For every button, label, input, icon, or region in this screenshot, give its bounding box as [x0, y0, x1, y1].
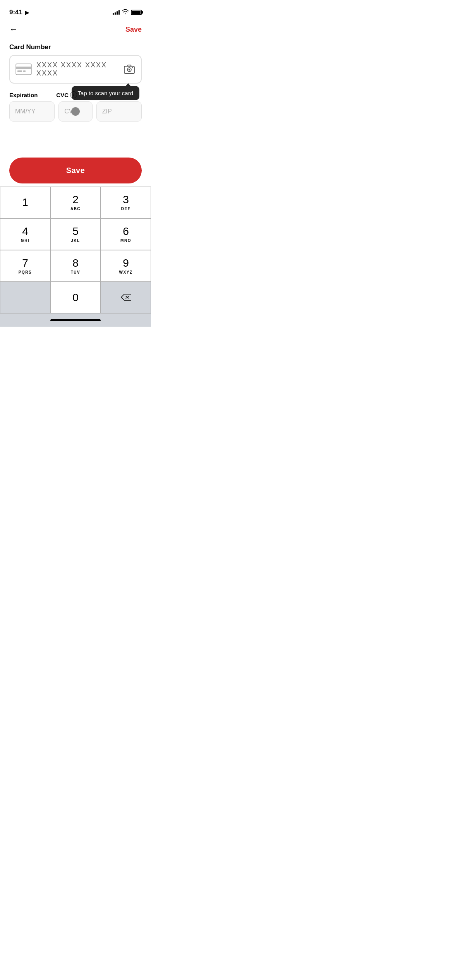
- back-button[interactable]: ←: [9, 23, 21, 36]
- wifi-icon: [122, 9, 129, 15]
- card-number-placeholder: XXXX XXXX XXXX XXXX: [36, 61, 118, 77]
- home-indicator: [0, 314, 151, 327]
- main-content: Card Number XXXX XXXX XXXX XXXX: [0, 39, 151, 122]
- svg-rect-3: [23, 70, 26, 72]
- signal-icon: [113, 10, 120, 15]
- card-number-label: Card Number: [9, 43, 142, 51]
- expiration-label: Expiration: [9, 91, 51, 98]
- home-bar: [50, 319, 101, 321]
- key-2[interactable]: 2ABC: [50, 187, 101, 218]
- status-icons: [113, 9, 142, 15]
- svg-point-7: [132, 67, 133, 68]
- key-backspace[interactable]: [101, 282, 151, 314]
- keyboard: 12ABC3DEF4GHI5JKL6MNO7PQRS8TUV9WXYZ0: [0, 187, 151, 327]
- key-0[interactable]: 0: [50, 282, 101, 314]
- secondary-inputs: MM/YY CVC ZIP: [9, 101, 142, 122]
- key-3[interactable]: 3DEF: [101, 187, 151, 218]
- svg-point-6: [129, 69, 130, 70]
- status-bar: 9:41 ▶: [0, 0, 151, 19]
- scan-card-button[interactable]: [123, 63, 136, 75]
- zip-input[interactable]: ZIP: [96, 101, 142, 122]
- key-9[interactable]: 9WXYZ: [101, 250, 151, 282]
- battery-icon: [131, 10, 142, 15]
- card-number-wrapper: XXXX XXXX XXXX XXXX Tap to scan your car…: [9, 55, 142, 84]
- key-5[interactable]: 5JKL: [50, 218, 101, 250]
- key-7[interactable]: 7PQRS: [0, 250, 50, 282]
- svg-rect-0: [16, 64, 31, 75]
- expiration-input[interactable]: MM/YY: [9, 101, 55, 122]
- save-button-container: Save: [9, 158, 142, 183]
- key-4[interactable]: 4GHI: [0, 218, 50, 250]
- key-8[interactable]: 8TUV: [50, 250, 101, 282]
- location-icon: ▶: [25, 10, 29, 15]
- save-button[interactable]: Save: [9, 158, 142, 183]
- drag-handle[interactable]: [71, 107, 80, 116]
- credit-card-icon: [15, 63, 32, 75]
- keyboard-grid: 12ABC3DEF4GHI5JKL6MNO7PQRS8TUV9WXYZ0: [0, 187, 151, 314]
- status-time: 9:41 ▶: [9, 9, 29, 16]
- scan-tooltip: Tap to scan your card: [72, 86, 139, 100]
- svg-rect-1: [16, 67, 31, 69]
- key-6[interactable]: 6MNO: [101, 218, 151, 250]
- card-number-input[interactable]: XXXX XXXX XXXX XXXX: [9, 55, 142, 84]
- key-1[interactable]: 1: [0, 187, 50, 218]
- nav-save-button[interactable]: Save: [125, 26, 142, 34]
- svg-rect-2: [17, 70, 22, 72]
- nav-bar: ← Save: [0, 19, 151, 39]
- key-empty: [0, 282, 50, 314]
- time-label: 9:41: [9, 9, 22, 16]
